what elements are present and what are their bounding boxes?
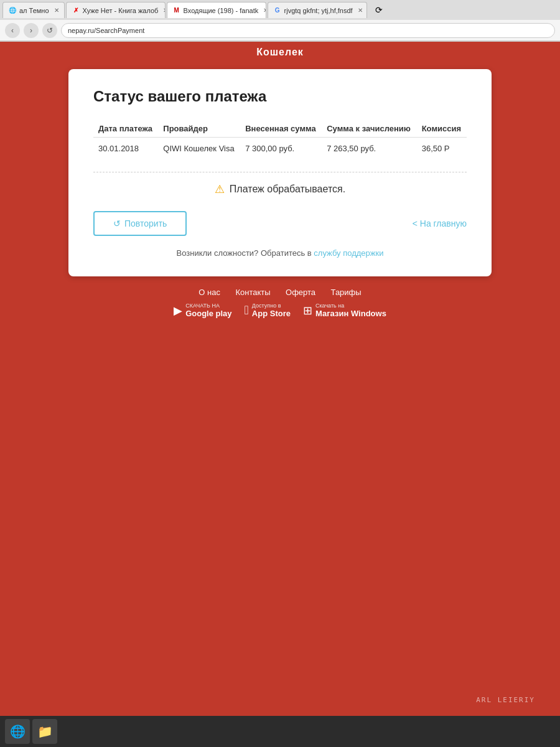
tab-bar: 🌐 ал Темно ✕ ✗ Хуже Нет - Книга жалоб ✕ … (0, 0, 560, 20)
forward-button[interactable]: › (24, 23, 39, 38)
table-row: 30.01.2018 QIWI Кошелек Visa 7 300,00 ру… (93, 138, 467, 160)
new-tab-button[interactable]: ⟳ (371, 2, 387, 18)
status-row: ⚠ Платеж обрабатывается. (93, 182, 467, 196)
google-play-text: СКАЧАТЬ НА Google play (185, 303, 231, 318)
reload-button[interactable]: ↺ (42, 23, 57, 38)
app-badges: ▶ СКАЧАТЬ НА Google play  Доступно в Ap… (0, 303, 560, 318)
files-icon: 📁 (37, 724, 53, 739)
row-commission: 36,50 Р (417, 138, 467, 160)
tab-favicon-3: M (172, 6, 181, 15)
windows-store-badge[interactable]: ⊞ Скачать на Магазин Windows (303, 303, 386, 318)
google-play-label: Google play (185, 309, 231, 318)
tab-4[interactable]: G rjvgtq gkfnt; ytj,hf,fnsdf ✕ (268, 2, 367, 18)
windows-store-icon: ⊞ (303, 304, 312, 317)
actions-row: ↺ Повторить < На главную (93, 211, 467, 236)
windows-store-text: Скачать на Магазин Windows (315, 303, 386, 318)
tab-3[interactable]: M Входящие (198) - fanatk ✕ (167, 2, 266, 18)
taskbar-chrome[interactable]: 🌐 (5, 719, 30, 744)
watermark: ARL LEIERIY (476, 696, 535, 704)
tab-label-4: rjvgtq gkfnt; ytj,hf,fnsdf (284, 7, 353, 14)
tab-favicon-4: G (273, 6, 282, 15)
address-bar[interactable] (61, 23, 555, 38)
col-amount: Внесенная сумма (240, 120, 322, 138)
tab-2[interactable]: ✗ Хуже Нет - Книга жалоб ✕ (66, 2, 166, 18)
taskbar: 🌐 📁 (0, 716, 560, 747)
col-provider: Провайдер (158, 120, 240, 138)
col-date: Дата платежа (93, 120, 158, 138)
tab-label-3: Входящие (198) - fanatk (184, 7, 259, 14)
site-header-title: Кошелек (256, 47, 304, 57)
taskbar-files[interactable]: 📁 (32, 719, 57, 744)
footer-links: О нас Контакты Оферта Тарифы (0, 286, 560, 298)
app-store-small: Доступно в (252, 303, 291, 309)
footer-link-tariffs[interactable]: Тарифы (331, 288, 362, 297)
tab-label-2: Хуже Нет - Книга жалоб (83, 7, 159, 14)
google-play-small: СКАЧАТЬ НА (185, 303, 231, 309)
tab-close-1[interactable]: ✕ (54, 7, 59, 14)
tab-close-4[interactable]: ✕ (358, 7, 363, 14)
home-link[interactable]: < На главную (413, 218, 467, 228)
repeat-icon: ↺ (113, 218, 121, 228)
browser-chrome: 🌐 ал Темно ✕ ✗ Хуже Нет - Книга жалоб ✕ … (0, 0, 560, 42)
row-amount: 7 300,00 руб. (240, 138, 322, 160)
windows-store-small: Скачать на (315, 303, 386, 309)
row-provider: QIWI Кошелек Visa (158, 138, 240, 160)
row-credited: 7 263,50 руб. (322, 138, 416, 160)
col-commission: Комиссия (417, 120, 467, 138)
tab-label-1: ал Темно (19, 7, 49, 14)
row-date: 30.01.2018 (93, 138, 158, 160)
footer-link-offer[interactable]: Оферта (286, 288, 315, 297)
tab-favicon-2: ✗ (72, 6, 80, 15)
windows-store-label: Магазин Windows (315, 309, 386, 318)
payment-table: Дата платежа Провайдер Внесенная сумма С… (93, 120, 467, 159)
footer-link-about[interactable]: О нас (198, 288, 220, 297)
warning-icon: ⚠ (215, 182, 225, 196)
app-store-icon:  (245, 303, 249, 317)
google-play-badge[interactable]: ▶ СКАЧАТЬ НА Google play (174, 303, 231, 318)
repeat-label: Повторить (124, 218, 167, 228)
status-text: Платеж обрабатывается. (230, 184, 345, 195)
support-link[interactable]: службу поддержки (314, 248, 383, 258)
google-play-icon: ▶ (174, 304, 182, 317)
footer-link-contacts[interactable]: Контакты (235, 288, 270, 297)
tab-close-3[interactable]: ✕ (263, 7, 266, 14)
support-text: Возникли сложности? Обратитесь в службу … (93, 248, 467, 258)
tab-1[interactable]: 🌐 ал Темно ✕ (2, 2, 65, 18)
website-content: Кошелек Статус вашего платежа Дата плате… (0, 42, 560, 716)
back-button[interactable]: ‹ (5, 23, 20, 38)
app-store-text: Доступно в App Store (252, 303, 291, 318)
tab-close-2[interactable]: ✕ (163, 7, 165, 14)
card-title: Статус вашего платежа (93, 88, 467, 105)
nav-bar: ‹ › ↺ (0, 20, 560, 41)
tab-favicon-1: 🌐 (8, 6, 17, 15)
table-divider (93, 172, 467, 172)
site-header: Кошелек (0, 42, 560, 63)
repeat-button[interactable]: ↺ Повторить (93, 211, 187, 236)
payment-card: Статус вашего платежа Дата платежа Прова… (68, 69, 492, 276)
chrome-icon: 🌐 (10, 724, 26, 739)
app-store-label: App Store (252, 309, 291, 318)
support-static-text: Возникли сложности? Обратитесь в (177, 248, 312, 258)
col-credited: Сумма к зачислению (322, 120, 416, 138)
app-store-badge[interactable]:  Доступно в App Store (245, 303, 291, 318)
